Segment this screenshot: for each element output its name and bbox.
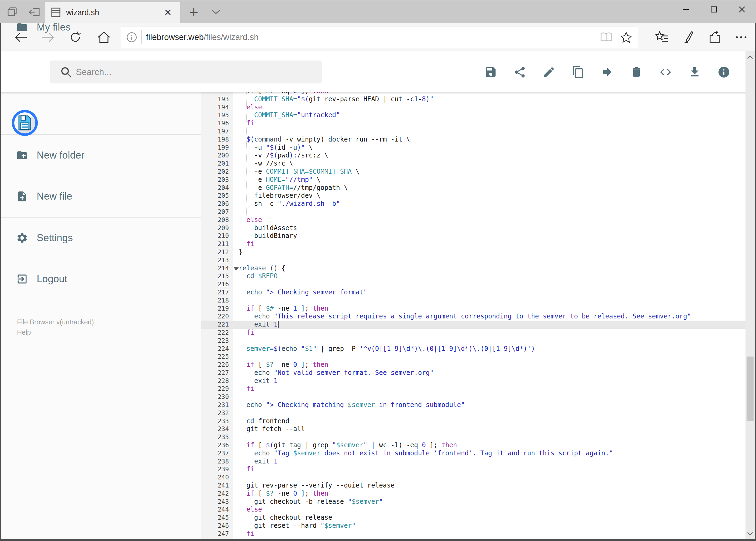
code-line: 234 git fetch --all <box>201 425 745 433</box>
line-number: 205 <box>201 192 229 200</box>
copy-button[interactable] <box>565 59 591 85</box>
code-line: 194 else <box>201 104 745 112</box>
code-line: 230 <box>201 393 745 401</box>
filebrowser-header: Search... <box>0 51 756 92</box>
sidebar-item-label: My files <box>37 22 71 33</box>
line-number: 243 <box>201 498 229 506</box>
sidebar-item-label: Logout <box>37 273 67 285</box>
line-number: 195 <box>201 111 229 119</box>
code-line: 222 fi <box>201 329 745 337</box>
line-number: 244 <box>201 506 229 514</box>
search-icon <box>60 66 72 78</box>
line-number: 222 <box>201 329 229 337</box>
move-button[interactable] <box>594 59 620 85</box>
share-button[interactable] <box>507 59 533 85</box>
code-line: 218 <box>201 296 745 305</box>
code-line: 232 <box>201 409 745 417</box>
window-controls <box>672 0 756 19</box>
close-button[interactable] <box>728 0 756 19</box>
line-number: 237 <box>201 449 229 457</box>
download-button[interactable] <box>682 59 708 85</box>
code-line: 196 fi <box>201 119 745 128</box>
line-number: 236 <box>201 441 229 449</box>
more-options-icon[interactable] <box>730 23 752 51</box>
line-number: 224 <box>201 345 229 353</box>
minimize-button[interactable] <box>672 0 700 19</box>
code-line: 238 exit 1 <box>201 457 745 466</box>
search-input[interactable]: Search... <box>50 61 322 84</box>
scrollbar-thumb[interactable] <box>747 356 754 421</box>
line-number: 232 <box>201 409 229 417</box>
line-number: 196 <box>201 119 229 128</box>
code-line: 204 -e GOPATH=//tmp/gopath \ <box>201 184 745 192</box>
text-cursor <box>278 321 279 328</box>
code-line: 203 -e HOME="//tmp" \ <box>201 176 745 184</box>
line-number: 198 <box>201 136 229 144</box>
code-line: 197 <box>201 128 745 136</box>
filebrowser-logo[interactable] <box>12 110 38 136</box>
code-line: 205 filebrowser/dev \ <box>201 192 745 200</box>
code-line: 219 if [ $# -ne 1 ]; then <box>201 305 745 313</box>
web-note-pen-icon[interactable] <box>677 23 698 51</box>
code-line: 243 git checkout -b release "$semver" <box>201 498 745 506</box>
line-number: 230 <box>201 393 229 401</box>
code-line: 228 exit 1 <box>201 377 745 385</box>
scroll-down-icon[interactable] <box>745 528 755 539</box>
line-number: 233 <box>201 417 229 425</box>
code-line: 208 else <box>201 216 745 224</box>
line-number: 209 <box>201 224 229 232</box>
vertical-scrollbar[interactable] <box>745 51 755 540</box>
window-border-bottom <box>0 539 756 541</box>
code-line: 223 <box>201 337 745 345</box>
line-number: 242 <box>201 490 229 498</box>
code-line: 224 semver=$(echo "$1" | grep -P '^v(0|[… <box>201 345 745 353</box>
app-content: My files New folder New file Settings Lo… <box>0 92 756 540</box>
line-number: 245 <box>201 514 229 522</box>
maximize-button[interactable] <box>700 0 728 19</box>
reading-view-icon[interactable] <box>597 26 616 48</box>
code-line: 221 exit 1 <box>201 320 745 329</box>
line-number: 217 <box>201 288 229 296</box>
code-line: if [ $? -eq 0 ]; then <box>201 92 745 95</box>
info-button[interactable] <box>711 59 737 85</box>
share-page-icon[interactable] <box>704 23 726 51</box>
sidebar-item-new-folder[interactable]: New folder <box>0 139 201 172</box>
code-line: 211 fi <box>201 240 745 248</box>
window-border-left <box>0 23 1 541</box>
code-line: 216 <box>201 280 745 288</box>
scroll-up-icon[interactable] <box>745 52 755 63</box>
create-folder-icon <box>16 149 28 161</box>
line-number: 203 <box>201 176 229 184</box>
sidebar-item-new-file[interactable]: New file <box>0 180 201 213</box>
line-number: 197 <box>201 128 229 136</box>
sidebar-item-settings[interactable]: Settings <box>0 222 201 254</box>
line-number: 247 <box>201 530 229 538</box>
line-number: 215 <box>201 272 229 280</box>
gear-icon <box>16 232 28 244</box>
sidebar-item-my-files[interactable]: My files <box>0 11 201 44</box>
code-line: 240 <box>201 473 745 482</box>
line-number: 193 <box>201 95 229 104</box>
rename-button[interactable] <box>536 59 562 85</box>
favorite-star-icon[interactable] <box>617 26 635 48</box>
line-number: 201 <box>201 160 229 168</box>
raw-code-button[interactable] <box>652 59 678 85</box>
code-editor[interactable]: if [ $? -eq 0 ]; then193 COMMIT_SHA="$(g… <box>201 92 745 540</box>
fold-arrow-icon[interactable] <box>234 268 239 270</box>
hub-favorites-icon[interactable] <box>651 23 672 51</box>
line-number: 238 <box>201 457 229 466</box>
search-placeholder: Search... <box>76 67 112 77</box>
help-link[interactable]: Help <box>17 328 31 336</box>
tab-list-chevron-icon[interactable] <box>206 0 226 23</box>
code-line: 237 echo "Tag $semver does not exist in … <box>201 449 745 457</box>
code-line: 229 fi <box>201 385 745 393</box>
line-number: 226 <box>201 361 229 369</box>
folder-icon <box>16 21 28 33</box>
line-number: 208 <box>201 216 229 224</box>
delete-button[interactable] <box>624 59 649 85</box>
save-button[interactable] <box>478 59 504 85</box>
line-number: 239 <box>201 465 229 473</box>
sidebar-item-logout[interactable]: Logout <box>0 263 201 295</box>
code-line: 199 -u "$(id -u)" \ <box>201 144 745 152</box>
line-number: 216 <box>201 280 229 288</box>
